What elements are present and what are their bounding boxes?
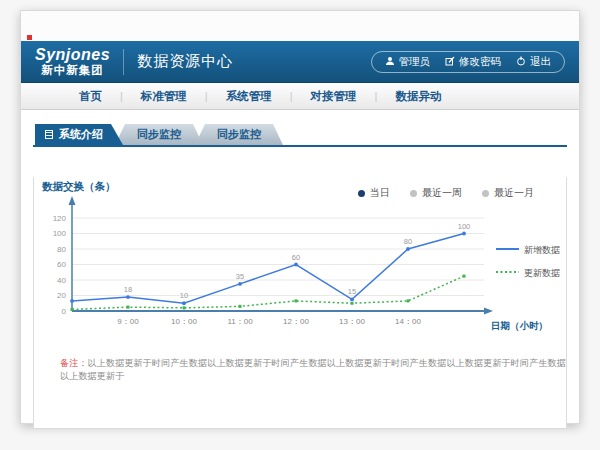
logo-brand-text: Synjones [35, 47, 110, 64]
x-axis-arrow [484, 308, 493, 315]
data-point-label: 10 [180, 291, 188, 300]
data-point [351, 302, 354, 305]
y-tick-label: 100 [53, 229, 67, 238]
tab-system-intro[interactable]: 系统介绍 [35, 124, 123, 145]
logo-company-text: 新中新集团 [35, 64, 110, 76]
tab-sync-monitor-2-label: 同步监控 [217, 127, 261, 142]
edit-icon [445, 56, 455, 68]
radio-selected-icon [358, 190, 365, 197]
data-point-label: 100 [458, 222, 471, 231]
legend-label: 更新数据 [524, 268, 560, 278]
y-axis-arrow [69, 196, 76, 205]
change-password-button[interactable]: 修改密码 [445, 55, 501, 69]
data-point [239, 305, 242, 308]
nav-item-data-change[interactable]: 数据异动 [395, 89, 441, 104]
change-password-label: 修改密码 [459, 55, 501, 69]
filter-last-month-label: 最近一月 [494, 186, 534, 200]
data-point [463, 275, 466, 278]
tab-system-intro-label: 系统介绍 [59, 127, 103, 142]
nav-separator: | [375, 90, 378, 102]
y-tick-label: 120 [53, 214, 67, 223]
document-icon [45, 130, 53, 139]
y-tick-label: 20 [57, 291, 66, 300]
radio-icon [482, 190, 489, 197]
data-point-label: 15 [348, 287, 356, 296]
footnote-prefix: 备注： [60, 358, 88, 368]
user-menu: 管理员 修改密码 退出 [371, 51, 566, 73]
data-point [462, 232, 466, 236]
x-tick-label: 11：00 [227, 317, 253, 326]
main-nav: 首页 | 标准管理 | 系统管理 | 对接管理 | 数据异动 [21, 83, 579, 110]
nav-item-standard-mgmt[interactable]: 标准管理 [141, 89, 187, 104]
chart-title: 数据交换（条） [41, 180, 116, 193]
data-point [127, 306, 130, 309]
y-tick-label: 80 [57, 245, 66, 254]
logout-button[interactable]: 退出 [516, 55, 551, 69]
tab-sync-monitor-2[interactable]: 同步监控 [195, 124, 283, 145]
x-tick-label: 12：00 [283, 317, 309, 326]
data-point [350, 297, 354, 301]
tab-bar: 系统介绍 同步监控 同步监控 [35, 124, 567, 145]
x-tick-label: 9：00 [117, 317, 139, 326]
nav-separator: | [290, 90, 293, 102]
page-title: 数据资源中心 [137, 52, 233, 71]
data-point-label: 35 [236, 272, 244, 281]
tab-underline [33, 145, 567, 147]
logout-label: 退出 [530, 55, 551, 69]
tab-sync-monitor-1-label: 同步监控 [137, 127, 181, 142]
window-chrome [21, 11, 579, 41]
data-exchange-chart: 数据交换（条）0204060801001209：0010：0011：0012：0… [38, 177, 566, 339]
user-menu-admin[interactable]: 管理员 [385, 55, 431, 69]
filter-today-label: 当日 [370, 186, 390, 200]
x-axis-title: 日期（小时） [491, 320, 548, 332]
user-icon [385, 56, 395, 68]
nav-separator: | [205, 90, 208, 102]
radio-icon [410, 190, 417, 197]
nav-separator: | [120, 90, 123, 102]
data-point [70, 299, 74, 303]
time-range-filters: 当日 最近一周 最近一月 [358, 186, 534, 200]
app-window: Synjones 新中新集团 数据资源中心 管理员 修改密码 退出 首页 | 标… [20, 10, 580, 424]
data-point [295, 299, 298, 302]
chart-panel: 当日 最近一周 最近一月 数据交换（条）0204060801001209：001… [33, 177, 567, 429]
nav-item-system-mgmt[interactable]: 系统管理 [226, 89, 272, 104]
data-point [182, 301, 186, 305]
filter-last-week[interactable]: 最近一周 [410, 186, 462, 200]
filter-last-month[interactable]: 最近一月 [482, 186, 534, 200]
filter-today[interactable]: 当日 [358, 186, 390, 200]
footnote-body: 以上数据更新于时间产生数据以上数据更新于时间产生数据以上数据更新于时间产生数据以… [60, 358, 566, 381]
main-content: 系统介绍 同步监控 同步监控 当日 最近一周 [21, 110, 579, 429]
y-tick-label: 40 [57, 276, 66, 285]
data-point [406, 247, 410, 251]
x-tick-label: 13：00 [339, 317, 365, 326]
y-tick-label: 0 [62, 307, 67, 316]
x-tick-label: 14：00 [395, 317, 421, 326]
tab-sync-monitor-1[interactable]: 同步监控 [115, 124, 203, 145]
legend-label: 新增数据 [524, 245, 560, 255]
data-point-label: 18 [124, 285, 132, 294]
filter-last-week-label: 最近一周 [422, 186, 462, 200]
user-menu-admin-label: 管理员 [399, 55, 431, 69]
red-accent-dot [27, 35, 32, 40]
data-point [407, 299, 410, 302]
x-tick-label: 10：00 [171, 317, 197, 326]
nav-item-interface-mgmt[interactable]: 对接管理 [311, 89, 357, 104]
data-point [71, 308, 74, 311]
data-point [238, 282, 242, 286]
header-divider [123, 49, 124, 75]
app-header: Synjones 新中新集团 数据资源中心 管理员 修改密码 退出 [21, 41, 579, 83]
data-point [126, 295, 130, 299]
nav-item-home[interactable]: 首页 [79, 89, 102, 104]
data-point-label: 80 [404, 237, 412, 246]
data-point-label: 60 [292, 253, 300, 262]
y-tick-label: 60 [57, 260, 66, 269]
data-point [294, 263, 298, 267]
brand-logo: Synjones 新中新集团 [35, 47, 110, 76]
data-point [183, 306, 186, 309]
power-icon [516, 56, 526, 68]
footnote: 备注：以上数据更新于时间产生数据以上数据更新于时间产生数据以上数据更新于时间产生… [34, 357, 566, 383]
